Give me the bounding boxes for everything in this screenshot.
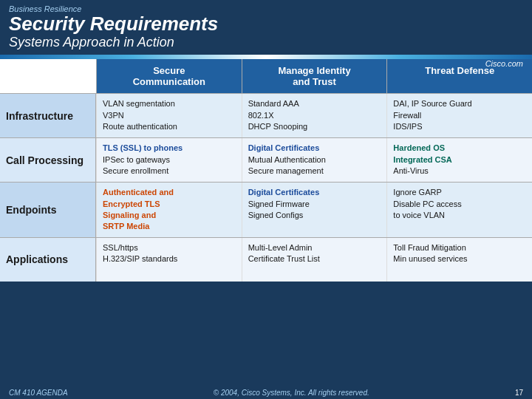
row-label-applications: Applications	[0, 238, 96, 282]
cell-endpoints-col3: Ignore GARPDisable PC accessto voice VLA…	[386, 183, 532, 237]
col-header-manage: Manage Identityand Trust	[242, 59, 387, 93]
row-label-call-processing: Call Processing	[0, 138, 96, 182]
col-header-secure: SecureCommunication	[96, 59, 242, 93]
cell-call-col2: Digital Certificates Mutual Authenticati…	[242, 138, 387, 182]
cell-endpoints-col1: Authenticated andEncrypted TLSSignaling …	[96, 183, 242, 237]
row-label-infrastructure: Infrastructure	[0, 94, 96, 137]
sub-title: Systems Approach in Action	[9, 35, 523, 51]
content-area: SecureCommunication Manage Identityand T…	[0, 59, 532, 282]
footer-page: 17	[515, 389, 523, 397]
bottom-bar: CM 410 AGENDA © 2004, Cisco Systems, Inc…	[0, 386, 532, 399]
row-label-endpoints: Endpoints	[0, 183, 96, 237]
table-row: Infrastructure VLAN segmentationV3PNRout…	[0, 93, 532, 137]
cell-highlight-teal: Hardened OSIntegrated CSA	[393, 143, 451, 163]
table-wrapper: SecureCommunication Manage Identityand T…	[0, 59, 532, 282]
footer-left: CM 410 AGENDA	[9, 389, 68, 397]
table-row: Applications SSL/httpsH.323/SIP standard…	[0, 237, 532, 282]
main-title: Security Requirements	[9, 13, 523, 35]
header-row: SecureCommunication Manage Identityand T…	[0, 59, 532, 93]
cell-apps-col3: Toll Fraud MitigationMin unused services	[386, 238, 532, 282]
cell-apps-col2: Multi-Level AdminCertificate Trust List	[242, 238, 387, 282]
cell-endpoints-col2: Digital Certificates Signed FirmwareSign…	[242, 183, 387, 237]
cell-highlight-blue: TLS (SSL) to phones	[103, 143, 183, 152]
cell-highlight-orange: Authenticated andEncrypted TLSSignaling …	[103, 188, 174, 231]
cell-call-col1: TLS (SSL) to phones IPSec to gatewaysSec…	[96, 138, 242, 182]
cell-highlight-blue-2: Digital Certificates	[248, 143, 320, 152]
cell-infra-col3: DAI, IP Source GuardFirewallIDS/IPS	[386, 94, 532, 137]
cell-apps-col1: SSL/httpsH.323/SIP standards	[96, 238, 242, 282]
cisco-logo: Cisco.com	[485, 59, 523, 68]
cell-infra-col2: Standard AAA802.1XDHCP Snooping	[242, 94, 387, 137]
cell-highlight-blue-3: Digital Certificates	[248, 188, 320, 197]
table-row: Call Processing TLS (SSL) to phones IPSe…	[0, 137, 532, 182]
table-row: Endpoints Authenticated andEncrypted TLS…	[0, 182, 532, 237]
footer-copyright: © 2004, Cisco Systems, Inc. All rights r…	[214, 389, 369, 397]
cell-call-col3: Hardened OSIntegrated CSA Anti-Virus	[386, 138, 532, 182]
top-bar: Business Resilience Security Requirement…	[0, 0, 532, 52]
cell-infra-col1: VLAN segmentationV3PNRoute authenticatio…	[96, 94, 242, 137]
row-label-header	[0, 59, 96, 93]
